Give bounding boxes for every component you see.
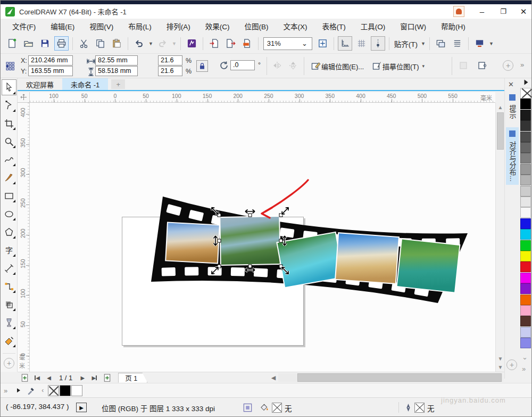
menu-table[interactable]: 表格(T) [315,19,353,34]
minimize-button[interactable]: – [473,4,491,19]
polygon-tool[interactable] [2,225,16,239]
palette-color-666666[interactable] [520,142,531,153]
document-palette-flyout-arrow[interactable] [17,388,20,393]
undo-dropdown-caret[interactable]: ▼ [148,41,153,46]
trace-bitmap-button[interactable]: 描摹位图(T) ▾ [372,61,426,71]
palette-color-f7f7f7[interactable] [520,207,531,218]
horizontal-scrollbar[interactable] [278,373,503,382]
close-button[interactable]: ✕ [514,4,532,19]
menu-effects[interactable]: 效果(C) [198,19,237,34]
straighten-image-button[interactable] [458,60,469,71]
palette-color-f5f500[interactable] [520,251,531,261]
scale-x-field[interactable]: 21.6 [158,55,182,66]
tab-untitled-1[interactable]: 未命名 -1 [62,78,108,90]
next-page-button[interactable]: ▶ [77,373,88,382]
welcome-screen-button[interactable] [450,36,464,51]
fullscreen-preview-button[interactable] [315,36,330,51]
propbar-overflow-chevron[interactable]: » [520,61,524,69]
horizontal-scroll-thumb[interactable] [297,373,502,382]
ruler-origin-button[interactable] [18,92,30,103]
open-button[interactable] [21,36,36,51]
docker-close-button[interactable]: ✕ [508,80,514,88]
edit-envelope-button[interactable] [477,60,487,71]
menu-file[interactable]: 文件(F) [5,19,43,34]
redo-dropdown-caret[interactable]: ▼ [172,41,177,46]
zoom-level-combo[interactable]: 31% ⌄ [263,37,312,50]
scroll-up-arrow[interactable]: ▲ [496,103,505,111]
drop-shadow-tool[interactable] [2,298,16,312]
freehand-tool[interactable] [2,153,16,167]
menu-window[interactable]: 窗口(W) [393,19,434,34]
toolbars-options-caret[interactable]: ▼ [489,41,494,46]
palette-color-f000f0[interactable] [520,273,531,283]
export-button[interactable] [223,36,238,51]
palette-color-8888e8[interactable] [520,338,531,348]
scroll-down-arrow[interactable]: ▼ [496,354,505,363]
toolbars-options-button[interactable] [472,36,487,51]
cut-button[interactable] [77,36,91,51]
palette-flyout-arrow[interactable] [525,80,528,85]
edit-bitmap-button[interactable]: 编辑位图(E)... [311,61,364,71]
account-button[interactable] [453,6,464,17]
print-button[interactable] [54,36,69,51]
pick-tool[interactable] [2,79,16,95]
new-document-tab-button[interactable]: + [111,79,125,89]
undo-button[interactable] [132,36,146,51]
palette-color-8a14cc[interactable] [520,283,531,294]
doc-palette-color-000000[interactable] [60,385,71,396]
menu-view[interactable]: 视图(V) [82,19,121,34]
new-document-button[interactable] [5,36,19,51]
ellipse-tool[interactable] [2,207,16,221]
palette-color-808080[interactable] [520,153,531,163]
object-details-button[interactable]: ▶ [76,403,87,412]
menu-edit[interactable]: 编辑(E) [43,19,82,34]
lock-ratio-button[interactable] [196,60,208,72]
palette-color-1414e6[interactable] [520,218,531,229]
interactive-fill-tool[interactable] [2,334,16,348]
palette-color-b3b3b3[interactable] [520,175,531,185]
add-property-button[interactable]: + [503,60,513,71]
object-height-field[interactable]: 58.518 mm [95,66,138,76]
rectangle-tool[interactable] [2,189,16,203]
y-position-field[interactable]: 163.55 mm [28,66,73,76]
palette-color-e6101e[interactable] [520,261,531,272]
import-button[interactable] [207,36,221,51]
transparency-tool[interactable] [2,316,16,330]
paste-button[interactable] [110,36,124,51]
palette-color-e6e6e6[interactable] [520,197,531,207]
show-rulers-toggle[interactable] [338,36,352,51]
zoom-tool[interactable] [2,135,16,149]
artistic-media-tool[interactable] [2,171,16,185]
dimension-tool[interactable] [2,261,16,275]
tab-welcome-screen[interactable]: 欢迎屏幕 [18,78,62,90]
palette-color-4d4d4d[interactable] [520,132,531,142]
maximize-button[interactable]: ❐ [494,4,512,19]
palette-color-000000[interactable] [520,99,531,109]
palette-color-1a1a1a[interactable] [520,110,531,120]
docker-tab-hints[interactable]: 提示 [506,91,519,122]
menu-layout[interactable]: 布局(L) [121,19,159,34]
options-button[interactable] [434,36,448,51]
palette-color-c8ccf0[interactable] [520,327,531,338]
text-tool[interactable]: 字 [2,243,16,257]
menu-bitmaps[interactable]: 位图(B) [237,19,276,34]
palette-color-00cc1e[interactable] [520,240,531,251]
last-page-button[interactable]: ▶ [88,373,100,382]
connector-tool[interactable] [2,280,16,293]
palette-color-999999[interactable] [520,164,531,175]
show-guidelines-toggle[interactable] [371,36,385,51]
mirror-horizontal-button[interactable] [272,60,282,71]
palette-color-333333[interactable] [520,120,531,131]
add-docker-button[interactable]: + [506,359,517,370]
copy-button[interactable] [93,36,107,51]
show-grid-toggle[interactable] [354,36,369,51]
horizontal-ruler[interactable]: 10050050100150200250300350400450500550毫米 [30,92,495,103]
menu-tools[interactable]: 工具(O) [353,19,393,34]
drawing-canvas[interactable] [30,103,495,372]
palette-color-f06400[interactable] [520,295,531,305]
vertical-scrollbar[interactable]: ▲ ▼ ▼ [495,103,504,372]
document-palette-scroll-left[interactable]: ‹ [41,387,44,394]
save-button[interactable] [38,36,52,51]
snap-to-caret[interactable]: ▼ [421,41,426,46]
object-width-field[interactable]: 82.55 mm [95,55,138,66]
